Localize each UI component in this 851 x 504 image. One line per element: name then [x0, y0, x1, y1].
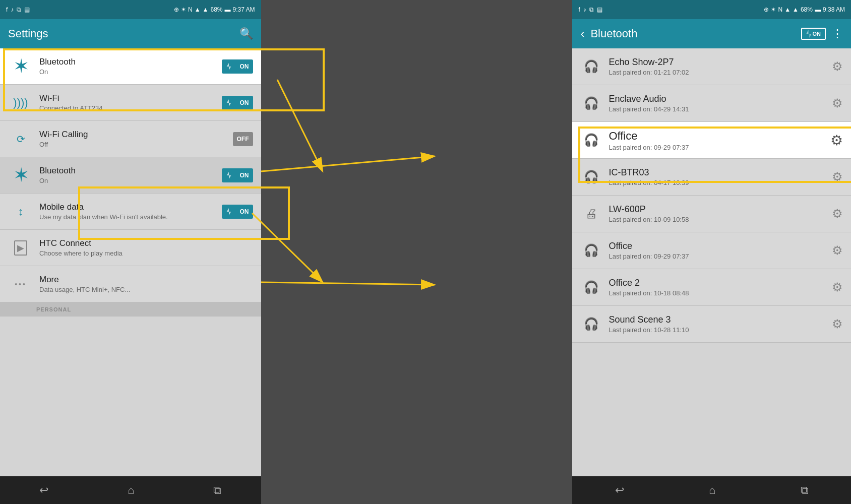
wifi-setting-item[interactable]: )))) Wi-Fi Connected to ATT234 ON [0, 85, 261, 121]
device-item-sound-scene[interactable]: 🎧 Sound Scene 3 Last paired on: 10-28 11… [572, 306, 851, 343]
mobile-data-toggle-label: ON [236, 205, 253, 219]
mobile-data-icon: ↕ [18, 205, 24, 218]
gear-icon-office[interactable]: ⚙ [830, 132, 843, 149]
location-icon: ⊕ [174, 6, 179, 13]
more-text: More Data usage, HTC Mini+, NFC... [33, 275, 253, 293]
headphone-icon-ic: 🎧 [580, 166, 602, 188]
device-sub-enclave: Last paired on: 04-29 14:31 [609, 105, 826, 113]
device-item-office-highlighted[interactable]: 🎧 Office Last paired on: 09-29 07:37 ⚙ [572, 122, 851, 159]
mobile-data-status: Use my data plan when Wi-Fi isn't availa… [39, 213, 216, 221]
location-icon-2: ⊕ [764, 6, 769, 13]
mobile-data-toggle[interactable]: ON [222, 205, 253, 219]
device-item-office-2[interactable]: 🎧 Office 2 Last paired on: 10-18 08:48 ⚙ [572, 269, 851, 306]
cross-arrows [261, 0, 399, 504]
svg-marker-1 [226, 99, 231, 106]
device-text-office-2: Office 2 Last paired on: 10-18 08:48 [602, 278, 832, 297]
status-icons-left: f ♪ ⧉ ▤ [6, 6, 30, 13]
bluetooth-toggle[interactable]: ON [222, 59, 253, 74]
device-text-lw: LW-600P Last paired on: 10-09 10:58 [602, 204, 832, 223]
battery-pct: 68% [210, 6, 222, 13]
device-name-office2: Office [609, 241, 826, 251]
gear-icon-lw[interactable]: ⚙ [832, 207, 843, 221]
device-item-lw600p[interactable]: 🖨 LW-600P Last paired on: 10-09 10:58 ⚙ [572, 196, 851, 232]
home-button-2[interactable]: ⌂ [709, 484, 715, 497]
gear-icon-ic[interactable]: ⚙ [832, 170, 843, 184]
bluetooth-icon-area: ✶ [8, 57, 33, 75]
recent-button-2[interactable]: ⧉ [801, 484, 809, 497]
copy-icon-2: ⧉ [589, 6, 594, 13]
home-button-1[interactable]: ⌂ [128, 484, 134, 497]
bluetooth-device-list: 🎧 Echo Show-2P7 Last paired on: 01-21 07… [572, 48, 851, 476]
wifi-calling-status: Off [39, 141, 227, 148]
top-bar-2: ‹ Bluetooth ON ⋮ [572, 19, 851, 48]
device-name-lw: LW-600P [609, 204, 826, 215]
more-item[interactable]: ••• More Data usage, HTC Mini+, NFC... [0, 266, 261, 302]
headphone-icon-sound: 🎧 [580, 313, 602, 335]
bluetooth-toggle-2[interactable]: ON [222, 168, 253, 182]
bluetooth-text: Bluetooth On [33, 57, 222, 76]
mobile-data-item[interactable]: ↕ Mobile data Use my data plan when Wi-F… [0, 194, 261, 230]
wifi-calling-label: Wi-Fi Calling [39, 130, 227, 140]
device-sub-office-2: Last paired on: 10-18 08:48 [609, 289, 826, 297]
nfc-icon-2: N [778, 6, 782, 13]
device-item-enclave[interactable]: 🎧 Enclave Audio Last paired on: 04-29 14… [572, 85, 851, 122]
search-button[interactable]: 🔍 [239, 27, 253, 40]
gear-icon-enclave[interactable]: ⚙ [832, 96, 843, 110]
device-text-office2: Office Last paired on: 09-29 07:37 [602, 241, 832, 260]
page-title-1: Settings [8, 27, 239, 40]
htc-connect-item[interactable]: ▶ HTC Connect Choose where to play media [0, 230, 261, 266]
more-menu-button[interactable]: ⋮ [832, 27, 843, 40]
wifi-icon: )))) [13, 96, 28, 109]
back-button-1[interactable]: ↩ [39, 484, 48, 497]
device-sub-office2: Last paired on: 09-29 07:37 [609, 253, 826, 260]
device-text-office: Office Last paired on: 09-29 07:37 [602, 130, 830, 151]
wifi-calling-toggle[interactable]: OFF [233, 132, 253, 146]
gear-icon-office2[interactable]: ⚙ [832, 243, 843, 258]
mobile-data-text: Mobile data Use my data plan when Wi-Fi … [33, 202, 222, 221]
phone2: f ♪ ⧉ ▤ ⊕ ✶ N ▲ ▲ 68% ▬ 9:38 AM ‹ Blueto… [572, 0, 851, 504]
status-icons-left-2: f ♪ ⧉ ▤ [578, 6, 602, 13]
wifi-calling-item[interactable]: ⟳ Wi-Fi Calling Off OFF [0, 121, 261, 157]
device-item-office2[interactable]: 🎧 Office Last paired on: 09-29 07:37 ⚙ [572, 232, 851, 269]
htc-icon: ▶ [14, 240, 27, 256]
device-text-echo: Echo Show-2P7 Last paired on: 01-21 07:0… [602, 57, 832, 76]
device-name-office-2: Office 2 [609, 278, 826, 288]
on-badge-label: ON [812, 31, 821, 37]
status-bar-2: f ♪ ⧉ ▤ ⊕ ✶ N ▲ ▲ 68% ▬ 9:38 AM [572, 0, 851, 19]
recent-button-1[interactable]: ⧉ [213, 484, 221, 497]
device-name-ic: IC-BTR03 [609, 167, 826, 178]
time-2: 9:38 AM [823, 6, 845, 13]
wifi-status: Connected to ATT234 [39, 104, 216, 112]
bluetooth-setting-item[interactable]: ✶ Bluetooth On ON [0, 48, 261, 85]
back-btn-2[interactable]: ‹ [580, 27, 584, 41]
wifi-label: Wi-Fi [39, 93, 216, 103]
section-label: PERSONAL [0, 302, 261, 317]
headphone-icon-office2: 🎧 [580, 239, 602, 262]
svg-line-10 [261, 156, 435, 171]
device-sub-sound: Last paired on: 10-28 11:10 [609, 326, 826, 334]
bluetooth-status-icon: ✶ [181, 6, 186, 13]
battery-pct-2: 68% [801, 6, 813, 13]
status-icons-right-2: ⊕ ✶ N ▲ ▲ 68% ▬ 9:38 AM [764, 6, 845, 13]
wifi-text: Wi-Fi Connected to ATT234 [33, 93, 222, 112]
svg-marker-3 [226, 208, 231, 215]
gear-icon-office-2[interactable]: ⚙ [832, 280, 843, 294]
bottom-nav-1: ↩ ⌂ ⧉ [0, 476, 261, 504]
device-item-ic-btr03[interactable]: 🎧 IC-BTR03 Last paired on: 04-17 10:39 ⚙ [572, 159, 851, 196]
bluetooth-on-badge[interactable]: ON [801, 28, 826, 40]
gear-icon-echo[interactable]: ⚙ [832, 59, 843, 74]
back-button-2[interactable]: ↩ [615, 484, 624, 497]
device-item-echo-show[interactable]: 🎧 Echo Show-2P7 Last paired on: 01-21 07… [572, 48, 851, 85]
music-icon-2: ♪ [583, 6, 586, 13]
wifi-toggle[interactable]: ON [222, 96, 253, 110]
gear-icon-sound[interactable]: ⚙ [832, 317, 843, 331]
device-sub-office: Last paired on: 09-29 07:37 [609, 144, 824, 151]
bluetooth-setting-item-2[interactable]: ✶ Bluetooth On ON [0, 157, 261, 194]
device-sub-echo: Last paired on: 01-21 07:02 [609, 69, 826, 76]
device-name-sound: Sound Scene 3 [609, 314, 826, 325]
printer-icon-lw: 🖨 [580, 203, 602, 225]
time-1: 9:37 AM [233, 6, 255, 13]
msg-icon-2: ▤ [597, 6, 602, 13]
status-icons-right: ⊕ ✶ N ▲ ▲ 68% ▬ 9:37 AM [174, 6, 255, 13]
svg-line-11 [261, 282, 435, 285]
